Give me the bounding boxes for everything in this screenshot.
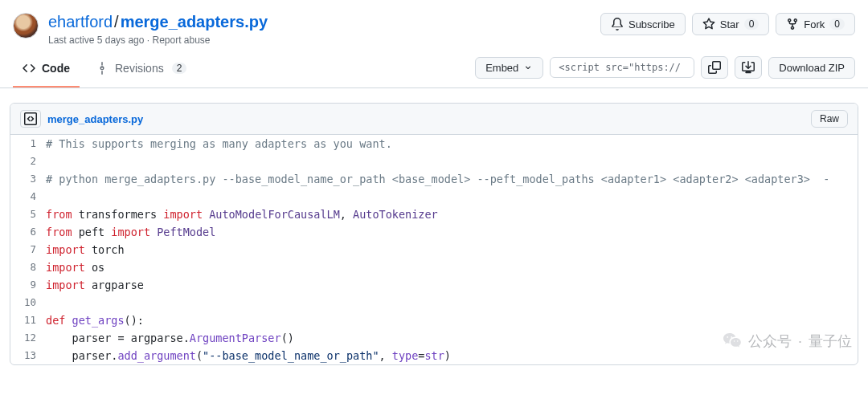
line-number[interactable]: 5	[10, 206, 46, 223]
line-number[interactable]: 11	[10, 311, 46, 329]
code-icon	[23, 62, 35, 75]
code-line	[46, 188, 858, 206]
download-zip-button[interactable]: Download ZIP	[768, 57, 855, 79]
revisions-icon	[96, 62, 108, 75]
code-line	[46, 294, 858, 311]
line-number[interactable]: 10	[10, 294, 46, 311]
chevron-down-icon	[523, 63, 533, 72]
desktop-download-button[interactable]	[735, 56, 762, 79]
line-number[interactable]: 2	[10, 153, 46, 170]
avatar[interactable]	[13, 13, 39, 39]
filename-link[interactable]: merge_adapters.py	[121, 13, 268, 31]
star-count: 0	[744, 18, 760, 30]
code-line: import argparse	[46, 276, 858, 294]
embed-dropdown[interactable]: Embed	[475, 57, 543, 79]
copy-icon	[708, 61, 721, 74]
code-line: parser = argparse.ArgumentParser()	[46, 329, 858, 347]
code-square-icon	[20, 110, 41, 128]
code-line: # python merge_adapters.py --base_model_…	[46, 170, 858, 188]
line-number[interactable]: 4	[10, 188, 46, 206]
code-line: from transformers import AutoModelForCau…	[46, 206, 858, 223]
code-line: # This supports merging as many adapters…	[46, 135, 858, 153]
title-separator: /	[113, 13, 121, 31]
fork-icon	[786, 18, 799, 31]
desktop-download-icon	[742, 61, 755, 74]
raw-button[interactable]: Raw	[811, 110, 848, 128]
line-number[interactable]: 13	[10, 347, 46, 364]
line-number[interactable]: 3	[10, 170, 46, 188]
code-line	[46, 153, 858, 170]
line-number[interactable]: 7	[10, 241, 46, 258]
bell-icon	[611, 18, 624, 31]
revisions-count: 2	[172, 63, 187, 74]
code-line: import os	[46, 258, 858, 276]
fork-button[interactable]: Fork 0	[776, 13, 855, 35]
report-abuse-link[interactable]: Report abuse	[152, 35, 210, 46]
tab-revisions[interactable]: Revisions 2	[86, 55, 196, 87]
fork-count: 0	[829, 18, 845, 30]
tab-code[interactable]: Code	[13, 55, 80, 87]
line-number[interactable]: 8	[10, 258, 46, 276]
code-line: parser.add_argument("--base_model_name_o…	[46, 347, 858, 364]
code-block: 1# This supports merging as many adapter…	[10, 135, 858, 364]
code-line: def get_args():	[46, 311, 858, 329]
line-number[interactable]: 1	[10, 135, 46, 153]
copy-button[interactable]	[701, 56, 728, 79]
line-number[interactable]: 9	[10, 276, 46, 294]
code-line: from peft import PeftModel	[46, 223, 858, 241]
star-button[interactable]: Star 0	[692, 13, 770, 35]
owner-link[interactable]: ehartford	[48, 13, 113, 31]
gist-title: ehartford/merge_adapters.py	[48, 13, 268, 31]
subscribe-button[interactable]: Subscribe	[600, 13, 686, 35]
code-line: import torch	[46, 241, 858, 258]
star-icon	[702, 18, 715, 31]
embed-script-field[interactable]: <script src="https://	[550, 57, 694, 78]
line-number[interactable]: 12	[10, 329, 46, 347]
subtitle: Last active 5 days ago · Report abuse	[48, 35, 268, 46]
file-name-link[interactable]: merge_adapters.py	[47, 113, 143, 125]
line-number[interactable]: 6	[10, 223, 46, 241]
